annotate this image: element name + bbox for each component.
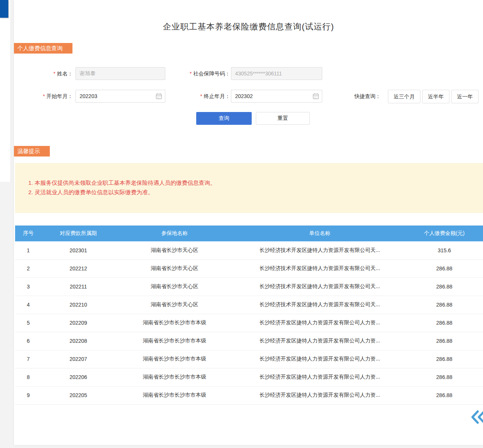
table-header-cell: 单位名称: [234, 226, 406, 241]
cell-area: 湖南省长沙市天心区: [115, 278, 234, 296]
cell-company: 长沙经济技术开发区捷特人力资源开发有限公司天...: [234, 278, 406, 296]
reset-button[interactable]: 重置: [256, 112, 310, 125]
cell-period: 202206: [42, 368, 115, 386]
page-title: 企业职工基本养老保险缴费信息查询(试运行): [14, 21, 483, 32]
required-mark: *: [54, 71, 55, 77]
cell-amount: 315.6: [406, 241, 483, 259]
cell-company: 长沙经济开发区捷特人力资源开发有限公司人力资...: [234, 332, 406, 350]
cell-amount: 286.88: [406, 332, 483, 350]
cell-amount: 286.88: [406, 386, 483, 404]
table-header-cell: 参保地名称: [115, 226, 234, 241]
ssn-label: *社会保障号码：: [165, 67, 230, 80]
quick-range-button[interactable]: 近半年: [422, 90, 449, 103]
calendar-icon[interactable]: [156, 93, 162, 99]
cell-area: 湖南省长沙市长沙市市本级: [115, 314, 234, 332]
cell-company: 长沙经济开发区捷特人力资源开发有限公司人力资...: [234, 386, 406, 404]
required-mark: *: [200, 93, 202, 99]
table-row: 2 202212 湖南省长沙市天心区 长沙经济技术开发区捷特人力资源开发有限公司…: [15, 259, 483, 278]
cell-period: 202209: [42, 314, 115, 332]
notice-box: 1. 本服务仅提供尚未领取企业职工基本养老保险待遇人员的缴费信息查询。2. 灵活…: [15, 163, 483, 213]
cell-area: 湖南省长沙市天心区: [115, 241, 234, 259]
quick-query-label: 快捷查询：: [354, 93, 381, 100]
quick-query-group: 快捷查询： 近三个月近半年近一年: [354, 90, 478, 103]
table-header-cell: 序号: [15, 226, 42, 241]
cell-area: 湖南省长沙市长沙市市本级: [115, 350, 234, 368]
cell-index: 9: [15, 386, 42, 404]
cell-area: 湖南省长沙市天心区: [115, 259, 234, 278]
cell-index: 3: [15, 278, 42, 296]
table-row: 7 202207 湖南省长沙市长沙市市本级 长沙经济开发区捷特人力资源开发有限公…: [15, 350, 483, 368]
cell-company: 长沙经济技术开发区捷特人力资源开发有限公司天...: [234, 296, 406, 314]
cell-period: 202301: [42, 241, 115, 259]
quick-range-button[interactable]: 近三个月: [388, 90, 420, 103]
cell-amount: 286.88: [406, 368, 483, 386]
cell-amount: 286.88: [406, 350, 483, 368]
table-row: 6 202208 湖南省长沙市长沙市市本级 长沙经济开发区捷特人力资源开发有限公…: [15, 332, 483, 350]
query-button[interactable]: 查询: [196, 112, 252, 125]
cell-company: 长沙经济开发区捷特人力资源开发有限公司人力资...: [234, 350, 406, 368]
cell-amount: 286.88: [406, 314, 483, 332]
required-mark: *: [43, 93, 45, 99]
notice-line: 1. 本服务仅提供尚未领取企业职工基本养老保险待遇人员的缴费信息查询。: [28, 178, 475, 187]
table-row: 4 202210 湖南省长沙市天心区 长沙经济技术开发区捷特人力资源开发有限公司…: [15, 296, 483, 314]
table-row: 3 202211 湖南省长沙市天心区 长沙经济技术开发区捷特人力资源开发有限公司…: [15, 278, 483, 296]
cell-company: 长沙经济技术开发区捷特人力资源开发有限公司天...: [234, 259, 406, 278]
start-month-input[interactable]: [75, 90, 165, 103]
sidebar-blue-tab: [0, 0, 8, 18]
cell-company: 长沙经济开发区捷特人力资源开发有限公司人力资...: [234, 314, 406, 332]
end-month-input[interactable]: [231, 90, 322, 103]
cell-index: 5: [15, 314, 42, 332]
cell-index: 2: [15, 259, 42, 278]
table-header-cell: 对应费款所属期: [42, 226, 115, 241]
cell-company: 长沙经济开发区捷特人力资源开发有限公司人力资...: [234, 368, 406, 386]
required-mark: *: [190, 71, 192, 77]
table-row: 1 202301 湖南省长沙市天心区 长沙经济技术开发区捷特人力资源开发有限公司…: [15, 241, 483, 259]
cell-period: 202207: [42, 350, 115, 368]
cell-company: 长沙经济技术开发区捷特人力资源开发有限公司天...: [234, 241, 406, 259]
left-sidebar-strip: [0, 0, 11, 182]
cell-period: 202208: [42, 332, 115, 350]
double-left-chevron-icon[interactable]: [470, 410, 483, 425]
cell-area: 湖南省长沙市长沙市市本级: [115, 368, 234, 386]
start-month-field: [75, 90, 165, 103]
end-month-label: *终止年月：: [165, 90, 230, 103]
cell-index: 4: [15, 296, 42, 314]
cell-area: 湖南省长沙市长沙市市本级: [115, 332, 234, 350]
section-title: 个人缴费信息查询: [17, 43, 63, 54]
table-row: 8 202206 湖南省长沙市长沙市市本级 长沙经济开发区捷特人力资源开发有限公…: [15, 368, 483, 386]
cell-area: 湖南省长沙市长沙市市本级: [115, 386, 234, 404]
table-row: 5 202209 湖南省长沙市长沙市市本级 长沙经济开发区捷特人力资源开发有限公…: [15, 314, 483, 332]
name-input: [75, 67, 165, 80]
cell-amount: 286.88: [406, 259, 483, 278]
cell-period: 202211: [42, 278, 115, 296]
calendar-icon[interactable]: [313, 93, 319, 99]
end-month-field: [231, 90, 322, 103]
quick-range-button[interactable]: 近一年: [451, 90, 478, 103]
cell-period: 202212: [42, 259, 115, 278]
cell-index: 6: [15, 332, 42, 350]
section-header-personal-query: 个人缴费信息查询: [14, 43, 72, 54]
main-panel: 企业职工基本养老保险缴费信息查询(试运行) 个人缴费信息查询 *姓名： *社会保…: [14, 0, 483, 445]
cell-index: 7: [15, 350, 42, 368]
cell-area: 湖南省长沙市天心区: [115, 296, 234, 314]
cell-index: 8: [15, 368, 42, 386]
notice-line: 2. 灵活就业人员的缴费单位信息以实际缴费为准。: [28, 187, 475, 197]
ssn-input: [231, 67, 322, 80]
payment-table: 序号对应费款所属期参保地名称单位名称个人缴费金额(元) 1 202301 湖南省…: [15, 226, 483, 405]
table-row: 9 202205 湖南省长沙市长沙市市本级 长沙经济开发区捷特人力资源开发有限公…: [15, 386, 483, 404]
cell-index: 1: [15, 241, 42, 259]
cell-amount: 286.88: [406, 296, 483, 314]
table-header-cell: 个人缴费金额(元): [406, 226, 483, 241]
table-header-row: 序号对应费款所属期参保地名称单位名称个人缴费金额(元): [15, 226, 483, 241]
section-header-tips: 温馨提示: [14, 146, 50, 156]
start-month-label: *开始年月：: [14, 90, 73, 103]
cell-period: 202205: [42, 386, 115, 404]
cell-amount: 286.88: [406, 278, 483, 296]
name-label: *姓名：: [14, 67, 73, 80]
section-title: 温馨提示: [17, 146, 40, 156]
cell-period: 202210: [42, 296, 115, 314]
